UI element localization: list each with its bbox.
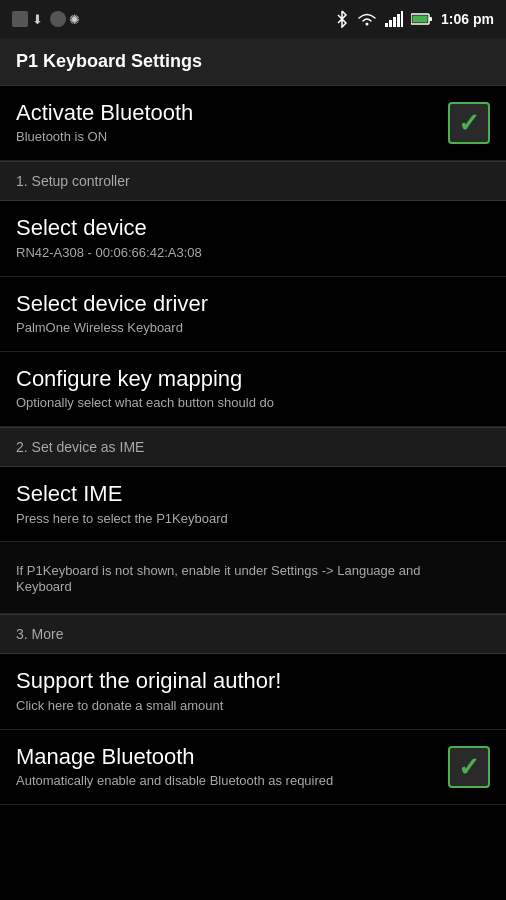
setup-controller-header: 1. Setup controller: [0, 161, 506, 201]
svg-rect-0: [385, 23, 388, 27]
activate-bluetooth-item[interactable]: Activate Bluetooth Bluetooth is ON ✓: [0, 86, 506, 161]
select-device-item[interactable]: Select device RN42-A308 - 00:06:66:42:A3…: [0, 201, 506, 276]
ime-note-text: If P1Keyboard is not shown, enable it un…: [16, 563, 478, 597]
select-device-subtitle: RN42-A308 - 00:06:66:42:A3:08: [16, 245, 478, 262]
activate-bluetooth-title: Activate Bluetooth: [16, 100, 436, 126]
select-ime-item[interactable]: Select IME Press here to select the P1Ke…: [0, 467, 506, 542]
select-device-driver-content: Select device driver PalmOne Wireless Ke…: [16, 291, 490, 337]
settings-icon: ✺: [69, 12, 80, 27]
download-icon: ⬇: [32, 12, 43, 27]
notification-area: ⬇ ✺: [12, 9, 82, 29]
manage-bluetooth-item[interactable]: Manage Bluetooth Automatically enable an…: [0, 730, 506, 805]
set-device-ime-header: 2. Set device as IME: [0, 427, 506, 467]
battery-icon: [411, 12, 433, 26]
settings-list: Activate Bluetooth Bluetooth is ON ✓ 1. …: [0, 86, 506, 805]
select-ime-subtitle: Press here to select the P1Keyboard: [16, 511, 478, 528]
svg-rect-3: [397, 14, 400, 27]
activate-bluetooth-checkbox[interactable]: ✓: [448, 102, 490, 144]
configure-key-mapping-item[interactable]: Configure key mapping Optionally select …: [0, 352, 506, 427]
more-header: 3. More: [0, 614, 506, 654]
ime-note-item: If P1Keyboard is not shown, enable it un…: [0, 542, 506, 614]
activate-bluetooth-checkmark: ✓: [458, 110, 480, 136]
app-bar: P1 Keyboard Settings: [0, 38, 506, 86]
app-title: P1 Keyboard Settings: [16, 51, 202, 72]
select-ime-content: Select IME Press here to select the P1Ke…: [16, 481, 490, 527]
support-author-subtitle: Click here to donate a small amount: [16, 698, 478, 715]
configure-key-mapping-content: Configure key mapping Optionally select …: [16, 366, 490, 412]
select-device-driver-subtitle: PalmOne Wireless Keyboard: [16, 320, 478, 337]
more-label: 3. More: [16, 626, 63, 642]
configure-key-mapping-subtitle: Optionally select what each button shoul…: [16, 395, 478, 412]
status-icons: 1:06 pm: [335, 10, 494, 28]
wifi-icon: [357, 11, 377, 27]
status-time: 1:06 pm: [441, 11, 494, 27]
svg-rect-4: [401, 11, 403, 27]
support-author-item[interactable]: Support the original author! Click here …: [0, 654, 506, 729]
svg-rect-7: [413, 16, 428, 23]
support-author-title: Support the original author!: [16, 668, 478, 694]
notif-icon-2: [50, 11, 66, 27]
manage-bluetooth-checkbox[interactable]: ✓: [448, 746, 490, 788]
manage-bluetooth-subtitle: Automatically enable and disable Bluetoo…: [16, 773, 436, 790]
status-bar: ⬇ ✺ 1:06 pm: [0, 0, 506, 38]
activate-bluetooth-subtitle: Bluetooth is ON: [16, 129, 436, 146]
activate-bluetooth-content: Activate Bluetooth Bluetooth is ON: [16, 100, 448, 146]
signal-icon: [385, 11, 403, 27]
notification-icons: ⬇ ✺: [12, 9, 82, 29]
select-device-driver-title: Select device driver: [16, 291, 478, 317]
svg-rect-1: [389, 20, 392, 27]
notif-icon-1: [12, 11, 28, 27]
select-device-title: Select device: [16, 215, 478, 241]
select-device-content: Select device RN42-A308 - 00:06:66:42:A3…: [16, 215, 490, 261]
manage-bluetooth-checkmark: ✓: [458, 754, 480, 780]
manage-bluetooth-content: Manage Bluetooth Automatically enable an…: [16, 744, 448, 790]
select-ime-title: Select IME: [16, 481, 478, 507]
select-device-driver-item[interactable]: Select device driver PalmOne Wireless Ke…: [0, 277, 506, 352]
setup-controller-label: 1. Setup controller: [16, 173, 130, 189]
ime-note-content: If P1Keyboard is not shown, enable it un…: [16, 560, 490, 597]
bluetooth-icon: [335, 10, 349, 28]
manage-bluetooth-title: Manage Bluetooth: [16, 744, 436, 770]
configure-key-mapping-title: Configure key mapping: [16, 366, 478, 392]
set-device-ime-label: 2. Set device as IME: [16, 439, 144, 455]
svg-rect-6: [429, 17, 432, 21]
support-author-content: Support the original author! Click here …: [16, 668, 490, 714]
svg-rect-2: [393, 17, 396, 27]
